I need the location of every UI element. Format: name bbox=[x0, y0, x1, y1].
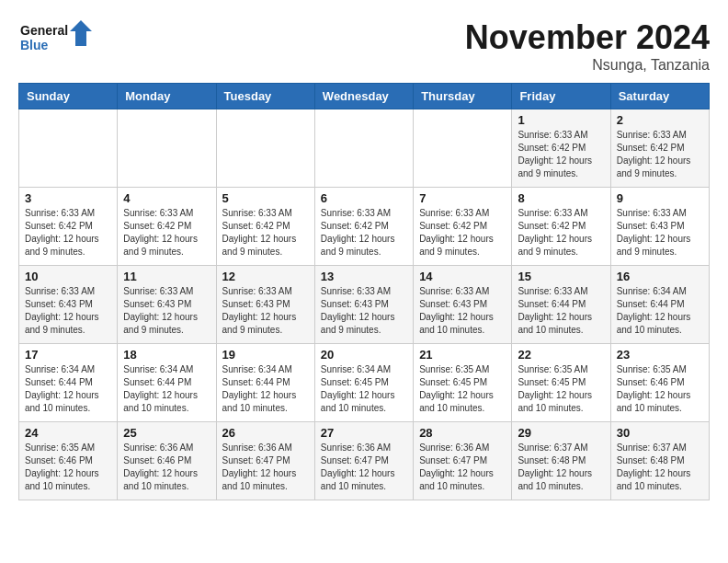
calendar-cell: 5Sunrise: 6:33 AM Sunset: 6:42 PM Daylig… bbox=[216, 188, 314, 266]
weekday-header-wednesday: Wednesday bbox=[314, 84, 413, 109]
day-info: Sunrise: 6:33 AM Sunset: 6:42 PM Dayligh… bbox=[222, 207, 309, 259]
calendar-cell: 2Sunrise: 6:33 AM Sunset: 6:42 PM Daylig… bbox=[610, 109, 709, 188]
day-number: 2 bbox=[617, 113, 703, 127]
day-info: Sunrise: 6:34 AM Sunset: 6:44 PM Dayligh… bbox=[617, 285, 703, 337]
day-number: 15 bbox=[518, 270, 604, 283]
calendar-cell bbox=[314, 109, 413, 188]
svg-text:Blue: Blue bbox=[20, 38, 49, 52]
weekday-header-sunday: Sunday bbox=[19, 84, 118, 109]
day-number: 8 bbox=[518, 191, 604, 205]
weekday-header-monday: Monday bbox=[118, 84, 216, 109]
day-number: 9 bbox=[617, 191, 703, 205]
day-info: Sunrise: 6:36 AM Sunset: 6:47 PM Dayligh… bbox=[321, 442, 407, 493]
calendar-week-row-3: 10Sunrise: 6:33 AM Sunset: 6:43 PM Dayli… bbox=[19, 266, 710, 344]
calendar-cell: 4Sunrise: 6:33 AM Sunset: 6:42 PM Daylig… bbox=[118, 188, 216, 266]
day-number: 26 bbox=[222, 426, 309, 440]
weekday-header-friday: Friday bbox=[512, 84, 610, 109]
day-number: 16 bbox=[617, 270, 703, 283]
day-number: 10 bbox=[25, 270, 111, 283]
calendar-cell: 30Sunrise: 6:37 AM Sunset: 6:48 PM Dayli… bbox=[610, 422, 709, 500]
day-info: Sunrise: 6:33 AM Sunset: 6:42 PM Dayligh… bbox=[518, 129, 604, 180]
day-info: Sunrise: 6:37 AM Sunset: 6:48 PM Dayligh… bbox=[518, 442, 604, 493]
day-info: Sunrise: 6:33 AM Sunset: 6:43 PM Dayligh… bbox=[25, 285, 111, 337]
day-number: 14 bbox=[419, 270, 506, 283]
day-info: Sunrise: 6:33 AM Sunset: 6:43 PM Dayligh… bbox=[617, 207, 703, 259]
day-info: Sunrise: 6:33 AM Sunset: 6:43 PM Dayligh… bbox=[419, 285, 506, 337]
calendar-cell: 8Sunrise: 6:33 AM Sunset: 6:42 PM Daylig… bbox=[512, 188, 610, 266]
calendar-cell bbox=[414, 109, 512, 188]
day-number: 12 bbox=[222, 270, 309, 283]
day-number: 27 bbox=[321, 426, 407, 440]
day-info: Sunrise: 6:36 AM Sunset: 6:47 PM Dayligh… bbox=[222, 442, 309, 493]
day-info: Sunrise: 6:33 AM Sunset: 6:42 PM Dayligh… bbox=[321, 207, 407, 259]
calendar-cell: 1Sunrise: 6:33 AM Sunset: 6:42 PM Daylig… bbox=[512, 109, 610, 188]
day-number: 25 bbox=[123, 426, 210, 440]
calendar-week-row-4: 17Sunrise: 6:34 AM Sunset: 6:44 PM Dayli… bbox=[19, 344, 710, 422]
day-number: 13 bbox=[321, 270, 407, 283]
calendar-cell: 19Sunrise: 6:34 AM Sunset: 6:44 PM Dayli… bbox=[216, 344, 314, 422]
calendar-cell: 15Sunrise: 6:33 AM Sunset: 6:44 PM Dayli… bbox=[512, 266, 610, 344]
calendar-cell: 12Sunrise: 6:33 AM Sunset: 6:43 PM Dayli… bbox=[216, 266, 314, 344]
day-number: 22 bbox=[518, 348, 604, 362]
calendar-cell: 6Sunrise: 6:33 AM Sunset: 6:42 PM Daylig… bbox=[314, 188, 413, 266]
day-info: Sunrise: 6:35 AM Sunset: 6:46 PM Dayligh… bbox=[25, 442, 111, 493]
calendar-cell: 13Sunrise: 6:33 AM Sunset: 6:43 PM Dayli… bbox=[314, 266, 413, 344]
location-title: Nsunga, Tanzania bbox=[465, 57, 710, 74]
weekday-header-saturday: Saturday bbox=[610, 84, 709, 109]
day-info: Sunrise: 6:35 AM Sunset: 6:45 PM Dayligh… bbox=[419, 363, 506, 415]
calendar-cell: 26Sunrise: 6:36 AM Sunset: 6:47 PM Dayli… bbox=[216, 422, 314, 500]
day-info: Sunrise: 6:37 AM Sunset: 6:48 PM Dayligh… bbox=[617, 442, 703, 493]
calendar-cell bbox=[118, 109, 216, 188]
day-info: Sunrise: 6:33 AM Sunset: 6:43 PM Dayligh… bbox=[321, 285, 407, 337]
calendar-cell: 10Sunrise: 6:33 AM Sunset: 6:43 PM Dayli… bbox=[19, 266, 118, 344]
day-info: Sunrise: 6:33 AM Sunset: 6:42 PM Dayligh… bbox=[617, 129, 703, 180]
logo: General Blue bbox=[18, 18, 92, 60]
calendar-cell: 20Sunrise: 6:34 AM Sunset: 6:45 PM Dayli… bbox=[314, 344, 413, 422]
weekday-header-row: SundayMondayTuesdayWednesdayThursdayFrid… bbox=[19, 84, 710, 109]
weekday-header-thursday: Thursday bbox=[414, 84, 512, 109]
day-number: 24 bbox=[25, 426, 111, 440]
day-info: Sunrise: 6:34 AM Sunset: 6:45 PM Dayligh… bbox=[321, 363, 407, 415]
day-info: Sunrise: 6:34 AM Sunset: 6:44 PM Dayligh… bbox=[123, 363, 210, 415]
calendar-week-row-1: 1Sunrise: 6:33 AM Sunset: 6:42 PM Daylig… bbox=[19, 109, 710, 188]
day-info: Sunrise: 6:34 AM Sunset: 6:44 PM Dayligh… bbox=[222, 363, 309, 415]
day-info: Sunrise: 6:35 AM Sunset: 6:46 PM Dayligh… bbox=[617, 363, 703, 415]
calendar-cell: 17Sunrise: 6:34 AM Sunset: 6:44 PM Dayli… bbox=[19, 344, 118, 422]
day-info: Sunrise: 6:36 AM Sunset: 6:47 PM Dayligh… bbox=[419, 442, 506, 493]
calendar-cell: 23Sunrise: 6:35 AM Sunset: 6:46 PM Dayli… bbox=[610, 344, 709, 422]
day-number: 19 bbox=[222, 348, 309, 362]
day-number: 3 bbox=[25, 191, 111, 205]
calendar-cell: 27Sunrise: 6:36 AM Sunset: 6:47 PM Dayli… bbox=[314, 422, 413, 500]
calendar-cell: 28Sunrise: 6:36 AM Sunset: 6:47 PM Dayli… bbox=[414, 422, 512, 500]
day-info: Sunrise: 6:33 AM Sunset: 6:44 PM Dayligh… bbox=[518, 285, 604, 337]
day-number: 1 bbox=[518, 113, 604, 127]
month-title: November 2024 bbox=[465, 18, 710, 57]
calendar-cell: 11Sunrise: 6:33 AM Sunset: 6:43 PM Dayli… bbox=[118, 266, 216, 344]
calendar-table: SundayMondayTuesdayWednesdayThursdayFrid… bbox=[18, 83, 710, 500]
header: General Blue November 2024 Nsunga, Tanza… bbox=[18, 18, 710, 74]
calendar-cell: 24Sunrise: 6:35 AM Sunset: 6:46 PM Dayli… bbox=[19, 422, 118, 500]
calendar-cell bbox=[19, 109, 118, 188]
calendar-cell: 22Sunrise: 6:35 AM Sunset: 6:45 PM Dayli… bbox=[512, 344, 610, 422]
day-number: 30 bbox=[617, 426, 703, 440]
day-number: 28 bbox=[419, 426, 506, 440]
day-number: 20 bbox=[321, 348, 407, 362]
weekday-header-tuesday: Tuesday bbox=[216, 84, 314, 109]
day-info: Sunrise: 6:33 AM Sunset: 6:43 PM Dayligh… bbox=[123, 285, 210, 337]
calendar-cell: 29Sunrise: 6:37 AM Sunset: 6:48 PM Dayli… bbox=[512, 422, 610, 500]
logo-icon: General Blue bbox=[18, 18, 92, 60]
title-area: November 2024 Nsunga, Tanzania bbox=[465, 18, 710, 74]
day-number: 17 bbox=[25, 348, 111, 362]
calendar-cell: 9Sunrise: 6:33 AM Sunset: 6:43 PM Daylig… bbox=[610, 188, 709, 266]
calendar-week-row-5: 24Sunrise: 6:35 AM Sunset: 6:46 PM Dayli… bbox=[19, 422, 710, 500]
calendar-cell: 25Sunrise: 6:36 AM Sunset: 6:46 PM Dayli… bbox=[118, 422, 216, 500]
day-number: 7 bbox=[419, 191, 506, 205]
day-number: 6 bbox=[321, 191, 407, 205]
day-number: 5 bbox=[222, 191, 309, 205]
calendar-week-row-2: 3Sunrise: 6:33 AM Sunset: 6:42 PM Daylig… bbox=[19, 188, 710, 266]
calendar-cell: 7Sunrise: 6:33 AM Sunset: 6:42 PM Daylig… bbox=[414, 188, 512, 266]
day-info: Sunrise: 6:33 AM Sunset: 6:42 PM Dayligh… bbox=[419, 207, 506, 259]
day-number: 23 bbox=[617, 348, 703, 362]
day-number: 11 bbox=[123, 270, 210, 283]
day-number: 29 bbox=[518, 426, 604, 440]
